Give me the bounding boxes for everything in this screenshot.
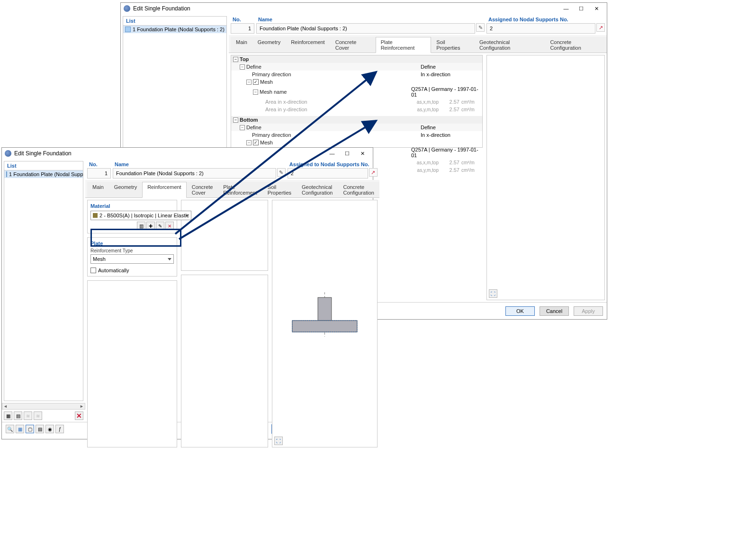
bottom-mesh-val[interactable]: Q257A | Germany - 1997-01-01: [409, 147, 480, 158]
new-icon[interactable]: ▦: [4, 411, 12, 420]
auto-checkbox[interactable]: [90, 268, 96, 273]
top-primary: Primary direction: [252, 71, 291, 77]
list-item[interactable]: 1 Foundation Plate (Nodal Supports : 2): [4, 170, 83, 178]
top-mesh-checkbox[interactable]: ✓: [253, 79, 259, 85]
close-button[interactable]: ✕: [589, 4, 604, 13]
tab-plate-reinforcement[interactable]: Plate Reinforcement: [376, 37, 432, 53]
top-primary-val[interactable]: In x-direction: [419, 71, 480, 77]
bottom-define-label: Define: [419, 125, 480, 130]
list-item-text: Foundation Plate (Nodal Supports : 2): [13, 171, 83, 177]
list-item[interactable]: 1 Foundation Plate (Nodal Supports : 2): [123, 26, 226, 33]
assigned-input[interactable]: 2: [288, 168, 368, 179]
ftr-icon-2[interactable]: ▦: [16, 425, 24, 433]
minimize-button[interactable]: —: [324, 149, 340, 158]
top-mesh-val[interactable]: Q257A | Germany - 1997-01-01: [409, 86, 480, 98]
unit: cm²/m: [461, 99, 480, 105]
material-dropdown[interactable]: 2 - B500S(A) | Isotropic | Linear Elasti…: [90, 211, 191, 220]
list-header: List: [123, 17, 226, 26]
no-value[interactable]: 1: [87, 168, 111, 179]
reinf-type-dropdown[interactable]: Mesh: [90, 254, 174, 264]
top-define-label: Define: [419, 64, 480, 70]
assigned-input[interactable]: 2: [486, 23, 595, 34]
tab-geotech[interactable]: Geotechnical Configuration: [297, 182, 338, 197]
bottom-header: Bottom: [240, 117, 480, 123]
top-area-x: Area in x-direction: [265, 99, 307, 105]
tab-plate-reinforcement[interactable]: Plate Reinforcement: [218, 182, 262, 197]
app-icon: [124, 5, 130, 12]
tabstrip: Main Geometry Reinforcement Concrete Cov…: [229, 35, 607, 53]
top-area-x-val: 2.57: [442, 99, 461, 105]
tab-soil[interactable]: Soil Properties: [262, 182, 297, 197]
tab-concrete-config[interactable]: Concrete Configuration: [545, 37, 607, 53]
collapse-icon[interactable]: −: [246, 80, 252, 85]
h-scrollbar[interactable]: ◄►: [2, 403, 85, 410]
collapse-icon[interactable]: −: [253, 89, 258, 95]
collapse-icon[interactable]: −: [240, 64, 245, 70]
tab-geotech-config[interactable]: Geotechnical Configuration: [474, 37, 545, 53]
top-area-y-val: 2.57: [442, 107, 461, 112]
collapse-icon[interactable]: −: [233, 117, 238, 123]
tab-soil-properties[interactable]: Soil Properties: [431, 37, 474, 53]
pick-support-icon[interactable]: ↗: [596, 23, 605, 32]
tab-concrete-cover[interactable]: Concrete Cover: [330, 37, 376, 53]
ftr-icon-5[interactable]: ◉: [45, 425, 54, 433]
bottom-area-y-val: 2.57: [442, 167, 461, 173]
bottom-mesh-checkbox[interactable]: ✓: [253, 140, 259, 145]
window-title: Edit Single Foundation: [133, 5, 558, 12]
view-options-icon[interactable]: ⛶: [489, 289, 497, 298]
collapse-icon[interactable]: −: [233, 57, 238, 62]
delete-icon[interactable]: ✕: [75, 411, 83, 420]
tabstrip: Main Geometry Reinforcement Concrete Cov…: [85, 180, 379, 198]
tab-main[interactable]: Main: [87, 182, 109, 197]
cancel-button[interactable]: Cancel: [540, 306, 569, 316]
list-toolbar: ▦ ▤ ≋ ≋ ✕: [2, 410, 85, 422]
tab-main[interactable]: Main: [231, 37, 252, 53]
collapse-icon[interactable]: −: [240, 125, 245, 130]
material-value: 2 - B500S(A) | Isotropic | Linear Elasti…: [99, 213, 189, 218]
preview-panel: ⛶: [486, 55, 605, 300]
tab-concrete-cover[interactable]: Concrete Cover: [187, 182, 218, 197]
titlebar: Edit Single Foundation — ☐ ✕: [2, 148, 373, 159]
ftr-icon-3[interactable]: ▢: [26, 425, 34, 433]
ok-button[interactable]: OK: [505, 306, 535, 316]
no-label: No.: [231, 16, 254, 23]
key-aytop: as,y,m,top: [417, 107, 442, 112]
bottom-primary: Primary direction: [252, 132, 291, 138]
key-axbot: as,x,m,top: [417, 160, 442, 165]
ftr-icon-6[interactable]: ƒ: [55, 425, 64, 433]
tab-reinforcement[interactable]: Reinforcement: [286, 37, 330, 53]
close-button[interactable]: ✕: [355, 149, 370, 158]
empty-panel-3: [181, 275, 268, 447]
tab-geometry[interactable]: Geometry: [109, 182, 142, 197]
action1-icon[interactable]: ≋: [24, 411, 32, 420]
list-item-no: 1: [9, 171, 12, 177]
ftr-icon-4[interactable]: ▤: [36, 425, 44, 433]
bottom-define: Define: [246, 125, 261, 130]
del-mat-icon[interactable]: ✕: [165, 222, 174, 230]
tab-reinforcement[interactable]: Reinforcement: [142, 182, 187, 198]
minimize-button[interactable]: —: [558, 4, 574, 13]
action2-icon[interactable]: ≋: [34, 411, 42, 420]
maximize-button[interactable]: ☐: [340, 149, 355, 158]
svg-rect-2: [292, 321, 357, 332]
bottom-primary-val[interactable]: In x-direction: [419, 132, 480, 138]
assigned-label: Assigned to Nodal Supports No.: [486, 16, 605, 23]
edit-name-icon[interactable]: ✎: [476, 23, 485, 32]
unit: cm²/m: [461, 107, 480, 112]
no-value[interactable]: 1: [231, 23, 254, 34]
tab-concrete-config[interactable]: Concrete Configuration: [338, 182, 379, 197]
edit-name-icon[interactable]: ✎: [277, 168, 286, 177]
collapse-icon[interactable]: −: [246, 140, 252, 145]
pick-support-icon[interactable]: ↗: [369, 168, 378, 177]
view-options-icon[interactable]: ⛶: [274, 437, 283, 445]
lib-icon[interactable]: ▥: [137, 222, 145, 230]
maximize-button[interactable]: ☐: [574, 4, 589, 13]
copy-icon[interactable]: ▤: [14, 411, 22, 420]
name-input[interactable]: Foundation Plate (Nodal Supports : 2): [113, 168, 276, 179]
new-mat-icon[interactable]: ✚: [146, 222, 155, 230]
bottom-area-x-val: 2.57: [442, 160, 461, 165]
edit-mat-icon[interactable]: ✎: [156, 222, 164, 230]
ftr-icon-1[interactable]: 🔍: [6, 425, 14, 433]
name-input[interactable]: Foundation Plate (Nodal Supports : 2): [256, 23, 475, 34]
tab-geometry[interactable]: Geometry: [252, 37, 286, 53]
